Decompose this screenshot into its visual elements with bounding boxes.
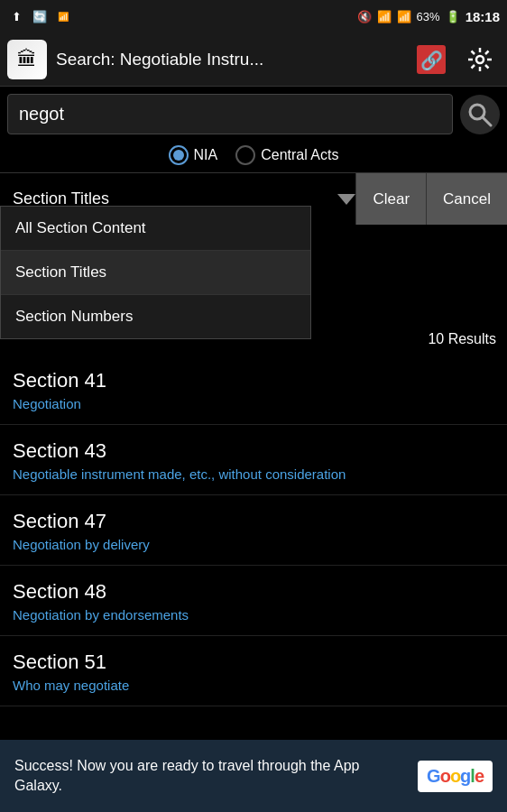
search-input[interactable]	[19, 104, 441, 125]
list-item: Section 47 Negotiation by delivery	[0, 495, 507, 566]
dropdown-item-all-section-content[interactable]: All Section Content	[1, 207, 310, 251]
list-item: Section 51 Who may negotiate	[0, 636, 507, 706]
status-right-icons: 🔇 📶 📶 63% 🔋 18:18	[357, 9, 500, 24]
svg-line-7	[472, 51, 475, 54]
svg-point-2	[476, 56, 484, 63]
dropdown-item-section-titles[interactable]: Section Titles	[1, 251, 310, 295]
dropdown-item-section-numbers[interactable]: Section Numbers	[1, 295, 310, 338]
section-subtitle: Who may negotiate	[13, 678, 494, 693]
section-subtitle: Negotiation	[13, 396, 494, 411]
search-input-wrap[interactable]	[7, 94, 453, 134]
radio-nia-label: NIA	[194, 147, 218, 163]
usb-icon: ⬆	[7, 7, 25, 25]
section-number: Section 47	[13, 510, 494, 533]
list-item: Section 41 Negotiation	[0, 355, 507, 425]
section-number: Section 51	[13, 651, 494, 674]
settings-button[interactable]	[460, 40, 500, 79]
search-button[interactable]	[460, 95, 500, 134]
radio-central-acts[interactable]: Central Acts	[235, 145, 338, 165]
mute-icon: 🔇	[357, 10, 372, 23]
section-subtitle: Negotiable instrument made, etc., withou…	[13, 466, 494, 482]
radio-central-acts-circle	[235, 145, 255, 165]
filter-dropdown-menu: All Section Content Section Titles Secti…	[0, 206, 311, 339]
radio-nia[interactable]: NIA	[169, 145, 218, 165]
google-logo: Google	[418, 761, 493, 792]
section-list: Section 41 Negotiation Section 43 Negoti…	[0, 355, 507, 706]
svg-text:🔗: 🔗	[420, 50, 443, 71]
svg-line-10	[472, 65, 475, 69]
search-container	[0, 87, 507, 140]
wifi-signal-icon: 📶	[377, 10, 392, 23]
cancel-button[interactable]: Cancel	[426, 173, 507, 225]
clear-button[interactable]: Clear	[355, 173, 426, 225]
status-left-icons: ⬆ 🔄 📶	[7, 7, 72, 25]
ad-text: Success! Now you are ready to travel thr…	[14, 756, 403, 797]
svg-line-12	[483, 117, 491, 125]
clock: 18:18	[466, 9, 500, 24]
svg-line-9	[485, 51, 489, 54]
app-bar: 🏛 Search: Negotiable Instru... 🔗	[0, 32, 507, 87]
signal-bars-icon: 📶	[397, 10, 411, 23]
status-bar: ⬆ 🔄 📶 🔇 📶 📶 63% 🔋 18:18	[0, 0, 507, 32]
wifi-icon: 📶	[54, 7, 72, 25]
section-subtitle: Negotiation by delivery	[13, 537, 494, 552]
share-button[interactable]: 🔗	[411, 40, 451, 79]
list-item: Section 48 Negotiation by endorsements	[0, 566, 507, 636]
battery-icon: 🔋	[446, 10, 460, 23]
section-number: Section 43	[13, 439, 494, 463]
section-number: Section 41	[13, 369, 494, 392]
section-subtitle: Negotiation by endorsements	[13, 607, 494, 623]
app-icon: 🏛	[7, 40, 47, 79]
battery-percent: 63%	[417, 10, 440, 23]
section-number: Section 48	[13, 580, 494, 604]
results-count: 10 Results	[428, 331, 496, 347]
radio-nia-circle	[169, 145, 189, 165]
sync-icon: 🔄	[31, 7, 49, 25]
radio-row: NIA Central Acts	[0, 140, 507, 172]
radio-central-acts-label: Central Acts	[261, 147, 338, 163]
list-item: Section 43 Negotiable instrument made, e…	[0, 425, 507, 495]
app-title: Search: Negotiable Instru...	[56, 50, 402, 69]
svg-line-8	[485, 65, 489, 69]
ad-banner: Success! Now you are ready to travel thr…	[0, 740, 507, 812]
